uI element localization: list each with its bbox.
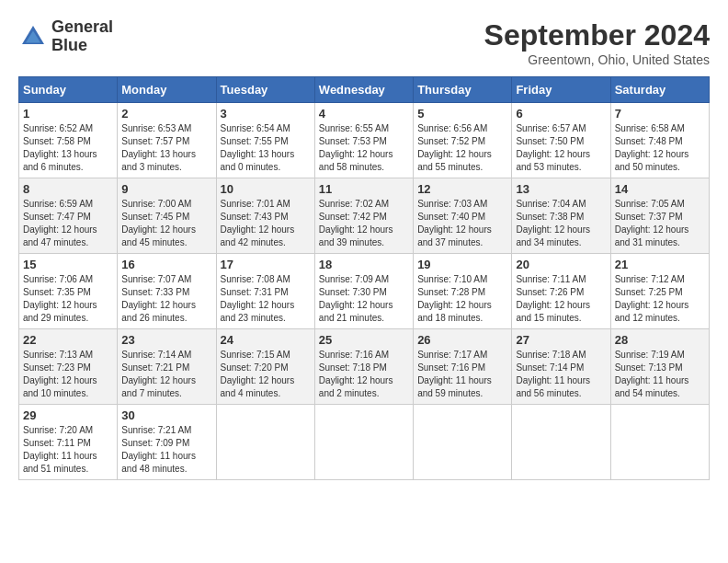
table-row: 28 Sunrise: 7:19 AM Sunset: 7:13 PM Dayl… [610,329,709,405]
table-row: 18 Sunrise: 7:09 AM Sunset: 7:30 PM Dayl… [314,254,413,329]
day-info: Sunrise: 7:10 AM Sunset: 7:28 PM Dayligh… [417,273,507,325]
title-block: September 2024 Greentown, Ohio, United S… [484,18,710,67]
day-info: Sunrise: 7:03 AM Sunset: 7:40 PM Dayligh… [417,198,507,249]
day-number: 2 [121,107,211,121]
table-row: 23 Sunrise: 7:14 AM Sunset: 7:21 PM Dayl… [118,329,216,405]
header-wednesday: Wednesday [314,77,413,103]
day-number: 11 [319,182,409,196]
table-row: 4 Sunrise: 6:55 AM Sunset: 7:53 PM Dayli… [314,103,413,178]
page-header: General Blue September 2024 Greentown, O… [18,18,710,67]
table-row: 24 Sunrise: 7:15 AM Sunset: 7:20 PM Dayl… [216,329,314,405]
table-row: 7 Sunrise: 6:58 AM Sunset: 7:48 PM Dayli… [610,103,709,178]
day-info: Sunrise: 7:01 AM Sunset: 7:43 PM Dayligh… [221,198,311,249]
day-number: 17 [221,258,311,271]
day-info: Sunrise: 7:00 AM Sunset: 7:45 PM Dayligh… [121,198,211,249]
calendar-week-row: 8 Sunrise: 6:59 AM Sunset: 7:47 PM Dayli… [19,178,710,254]
day-number: 13 [516,182,606,196]
table-row: 16 Sunrise: 7:07 AM Sunset: 7:33 PM Dayl… [118,254,216,329]
table-row: 30 Sunrise: 7:21 AM Sunset: 7:09 PM Dayl… [118,405,216,480]
table-row: 5 Sunrise: 6:56 AM Sunset: 7:52 PM Dayli… [414,103,512,178]
day-number: 19 [417,258,507,271]
day-info: Sunrise: 7:16 AM Sunset: 7:18 PM Dayligh… [319,349,409,400]
day-info: Sunrise: 7:02 AM Sunset: 7:42 PM Dayligh… [319,198,409,249]
header-monday: Monday [118,77,216,103]
day-info: Sunrise: 6:54 AM Sunset: 7:55 PM Dayligh… [221,122,311,174]
day-number: 8 [23,182,113,196]
day-info: Sunrise: 6:59 AM Sunset: 7:47 PM Dayligh… [23,198,113,249]
day-info: Sunrise: 6:58 AM Sunset: 7:48 PM Dayligh… [615,122,705,174]
table-row: 25 Sunrise: 7:16 AM Sunset: 7:18 PM Dayl… [314,329,413,405]
day-info: Sunrise: 7:13 AM Sunset: 7:23 PM Dayligh… [23,349,113,400]
header-friday: Friday [512,77,610,103]
day-number: 28 [615,333,705,347]
day-info: Sunrise: 7:12 AM Sunset: 7:25 PM Dayligh… [615,273,705,325]
day-info: Sunrise: 7:06 AM Sunset: 7:35 PM Dayligh… [23,273,113,325]
table-row: 19 Sunrise: 7:10 AM Sunset: 7:28 PM Dayl… [414,254,512,329]
day-info: Sunrise: 7:11 AM Sunset: 7:26 PM Dayligh… [516,273,606,325]
day-number: 24 [221,333,311,347]
day-info: Sunrise: 7:05 AM Sunset: 7:37 PM Dayligh… [615,198,705,249]
day-number: 7 [615,107,705,121]
day-info: Sunrise: 7:18 AM Sunset: 7:14 PM Dayligh… [516,349,606,400]
day-number: 25 [319,333,409,347]
table-row: 2 Sunrise: 6:53 AM Sunset: 7:57 PM Dayli… [118,103,216,178]
day-number: 14 [615,182,705,196]
day-number: 26 [417,333,507,347]
table-row: 12 Sunrise: 7:03 AM Sunset: 7:40 PM Dayl… [414,178,512,254]
header-saturday: Saturday [610,77,709,103]
day-number: 30 [121,408,211,422]
day-info: Sunrise: 7:15 AM Sunset: 7:20 PM Dayligh… [221,349,311,400]
table-row [610,405,709,480]
table-row [414,405,512,480]
day-info: Sunrise: 6:57 AM Sunset: 7:50 PM Dayligh… [516,122,606,174]
table-row: 27 Sunrise: 7:18 AM Sunset: 7:14 PM Dayl… [512,329,610,405]
table-row [216,405,314,480]
day-number: 5 [417,107,507,121]
table-row: 15 Sunrise: 7:06 AM Sunset: 7:35 PM Dayl… [19,254,118,329]
day-number: 27 [516,333,606,347]
day-number: 20 [516,258,606,271]
day-info: Sunrise: 7:20 AM Sunset: 7:11 PM Dayligh… [23,424,113,476]
calendar-table: Sunday Monday Tuesday Wednesday Thursday… [18,76,710,480]
day-info: Sunrise: 7:04 AM Sunset: 7:38 PM Dayligh… [516,198,606,249]
day-info: Sunrise: 7:08 AM Sunset: 7:31 PM Dayligh… [221,273,311,325]
day-info: Sunrise: 7:09 AM Sunset: 7:30 PM Dayligh… [319,273,409,325]
day-number: 12 [417,182,507,196]
table-row: 6 Sunrise: 6:57 AM Sunset: 7:50 PM Dayli… [512,103,610,178]
table-row: 14 Sunrise: 7:05 AM Sunset: 7:37 PM Dayl… [610,178,709,254]
table-row: 29 Sunrise: 7:20 AM Sunset: 7:11 PM Dayl… [19,405,118,480]
logo: General Blue [18,18,113,55]
day-info: Sunrise: 7:07 AM Sunset: 7:33 PM Dayligh… [121,273,211,325]
month-title: September 2024 [484,18,710,52]
table-row: 10 Sunrise: 7:01 AM Sunset: 7:43 PM Dayl… [216,178,314,254]
day-number: 6 [516,107,606,121]
header-thursday: Thursday [414,77,512,103]
day-info: Sunrise: 6:53 AM Sunset: 7:57 PM Dayligh… [121,122,211,174]
logo-text: General Blue [51,18,113,55]
day-number: 18 [319,258,409,271]
day-info: Sunrise: 7:19 AM Sunset: 7:13 PM Dayligh… [615,349,705,400]
day-number: 15 [23,258,113,271]
table-row: 26 Sunrise: 7:17 AM Sunset: 7:16 PM Dayl… [414,329,512,405]
day-number: 29 [23,408,113,422]
table-row: 22 Sunrise: 7:13 AM Sunset: 7:23 PM Dayl… [19,329,118,405]
table-row: 20 Sunrise: 7:11 AM Sunset: 7:26 PM Dayl… [512,254,610,329]
table-row: 13 Sunrise: 7:04 AM Sunset: 7:38 PM Dayl… [512,178,610,254]
table-row: 9 Sunrise: 7:00 AM Sunset: 7:45 PM Dayli… [118,178,216,254]
weekday-header-row: Sunday Monday Tuesday Wednesday Thursday… [19,77,710,103]
day-info: Sunrise: 7:14 AM Sunset: 7:21 PM Dayligh… [121,349,211,400]
table-row: 3 Sunrise: 6:54 AM Sunset: 7:55 PM Dayli… [216,103,314,178]
table-row: 17 Sunrise: 7:08 AM Sunset: 7:31 PM Dayl… [216,254,314,329]
calendar-week-row: 29 Sunrise: 7:20 AM Sunset: 7:11 PM Dayl… [19,405,710,480]
location: Greentown, Ohio, United States [484,52,710,67]
day-number: 3 [221,107,311,121]
table-row [314,405,413,480]
day-info: Sunrise: 7:21 AM Sunset: 7:09 PM Dayligh… [121,424,211,476]
day-number: 21 [615,258,705,271]
day-number: 9 [121,182,211,196]
day-number: 1 [23,107,113,121]
day-number: 10 [221,182,311,196]
table-row: 1 Sunrise: 6:52 AM Sunset: 7:58 PM Dayli… [19,103,118,178]
day-number: 22 [23,333,113,347]
logo-icon [18,22,48,52]
